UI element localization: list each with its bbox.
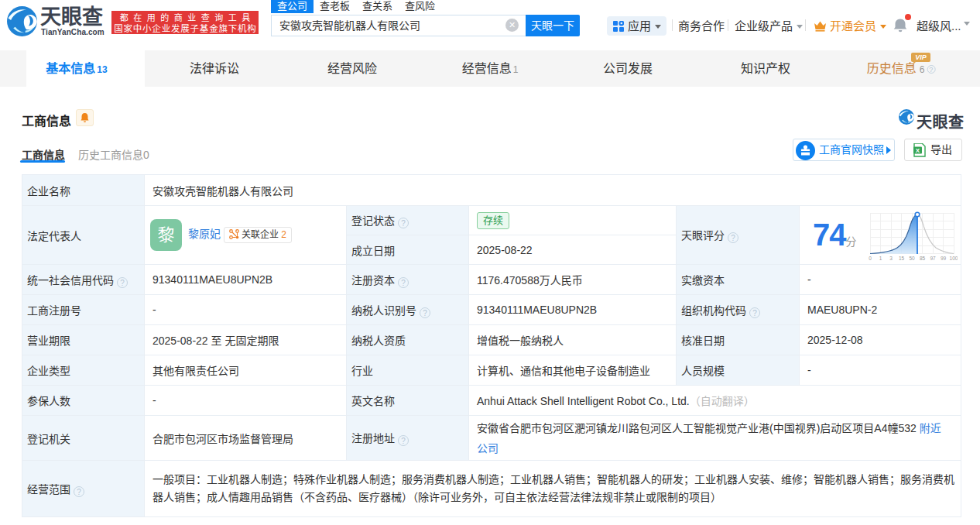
- svg-text:99: 99: [941, 256, 947, 261]
- svg-text:1: 1: [879, 256, 882, 261]
- svg-text:50: 50: [909, 256, 915, 261]
- svg-text:15: 15: [899, 256, 905, 261]
- svg-text:3: 3: [889, 256, 893, 261]
- svg-text:85: 85: [920, 256, 926, 261]
- svg-text:100: 100: [950, 256, 958, 261]
- svg-text:97: 97: [930, 256, 936, 261]
- svg-text:0: 0: [869, 256, 872, 261]
- svg-text:X: X: [916, 147, 920, 154]
